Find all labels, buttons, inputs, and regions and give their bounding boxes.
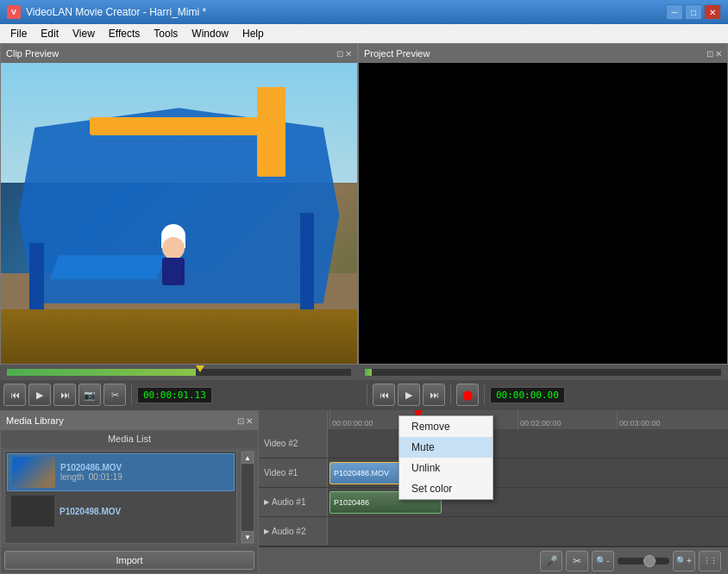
- track-label-video2: Video #2: [259, 429, 328, 458]
- zoom-slider-thumb[interactable]: [643, 555, 656, 567]
- skip-fwd-button[interactable]: ⏭: [53, 384, 76, 406]
- bottom-area: Media Library ⊡ ✕ Media List P1020486.MO…: [0, 410, 728, 574]
- clip-preview-close-icon[interactable]: ✕: [345, 49, 352, 59]
- ctx-set-color[interactable]: Set color: [399, 478, 493, 499]
- mic-tool-button[interactable]: 🎤: [540, 551, 562, 571]
- media-library-close-icon[interactable]: ✕: [246, 416, 253, 426]
- project-preview-panel: Project Preview ⊡ ✕: [358, 43, 728, 365]
- video-scene: [1, 63, 357, 364]
- clip-preview-title: Clip Preview: [6, 48, 59, 59]
- separator-2: [367, 384, 367, 405]
- progress-row: [0, 365, 728, 380]
- separator-3: [450, 384, 451, 405]
- clip-preview-float-icon[interactable]: ⊡: [336, 49, 343, 59]
- clip-progress-bar[interactable]: [7, 369, 351, 376]
- bottom-toolbar: 🎤 ✂ 🔍- 🔍+ ⋮⋮: [259, 546, 728, 574]
- media-item-1[interactable]: P1020498.MOV: [7, 493, 235, 529]
- media-item-length-0: length 00:01:19: [60, 472, 122, 482]
- scroll-down-btn[interactable]: ▼: [242, 531, 254, 543]
- media-library-panel: Media Library ⊡ ✕ Media List P1020486.MO…: [0, 410, 259, 574]
- clip-progress-fill: [7, 369, 196, 376]
- clip-time-display: 00:00:01.13: [137, 387, 212, 403]
- media-scroll[interactable]: ▲ ▼: [241, 451, 254, 544]
- import-button[interactable]: Import: [4, 551, 254, 570]
- zoom-out-button[interactable]: 🔍-: [592, 551, 614, 571]
- proj-time-display: 00:00:00.00: [490, 387, 565, 403]
- menu-window[interactable]: Window: [185, 24, 235, 43]
- ruler-tick-2: 00:02:00:00: [518, 410, 562, 429]
- zoom-in-button[interactable]: 🔍+: [673, 551, 695, 571]
- track-content-video1[interactable]: P1020486.MOV: [328, 459, 728, 487]
- project-progress-fill: [365, 369, 372, 376]
- clip-preview-video: [1, 63, 357, 364]
- audio1-expand-icon[interactable]: ▶: [264, 498, 269, 506]
- menu-help[interactable]: Help: [235, 24, 271, 43]
- track-content-audio1[interactable]: P1020486: [328, 488, 728, 516]
- maximize-button[interactable]: □: [685, 4, 702, 20]
- clip-preview-header: Clip Preview ⊡ ✕: [1, 44, 357, 63]
- context-menu: Remove Mute Unlink Set color: [399, 415, 493, 500]
- track-content-audio2[interactable]: [328, 517, 728, 546]
- track-label-audio2: ▶ Audio #2: [259, 517, 328, 546]
- menu-effects[interactable]: Effects: [102, 24, 147, 43]
- menu-file[interactable]: File: [3, 24, 34, 43]
- menu-edit[interactable]: Edit: [34, 24, 66, 43]
- media-item-0[interactable]: P1020486.MOV length 00:01:19: [7, 453, 235, 491]
- media-item-info-0: P1020486.MOV length 00:01:19: [60, 463, 122, 482]
- ctx-unlink[interactable]: Unlink: [399, 458, 493, 478]
- capture-button[interactable]: 📷: [78, 384, 101, 406]
- title-bar: V VideoLAN Movie Creator - Harri_Mimi * …: [0, 0, 728, 24]
- window-title: VideoLAN Movie Creator - Harri_Mimi *: [26, 6, 661, 18]
- play-back-button[interactable]: ▶: [28, 384, 51, 406]
- scroll-track[interactable]: [242, 464, 254, 531]
- window-controls: ─ □ ✕: [666, 4, 721, 20]
- project-preview-float-icon[interactable]: ⊡: [706, 49, 713, 59]
- import-btn-row: Import: [1, 547, 258, 573]
- project-controls: ⏮ ▶ ⏭ ⬤ 00:00:00.00: [373, 384, 725, 406]
- media-item-name-1: P1020498.MOV: [60, 507, 121, 516]
- close-button[interactable]: ✕: [704, 4, 721, 20]
- media-list-label: Media List: [1, 430, 258, 447]
- separator-4: [484, 384, 485, 405]
- split-button[interactable]: ✂: [104, 384, 126, 406]
- scissors-tool-button[interactable]: ✂: [566, 551, 588, 571]
- project-preview-video: [359, 63, 727, 364]
- scroll-up-btn[interactable]: ▲: [242, 452, 254, 464]
- media-list-content: P1020486.MOV length 00:01:19 P1020498.MO…: [1, 447, 258, 547]
- ctx-mute[interactable]: Mute: [399, 437, 493, 458]
- project-progress-bar[interactable]: [365, 369, 721, 376]
- timeline-ruler: 00:00:00:00 00:01: 00:02:00:00 00:03:00:…: [259, 410, 728, 429]
- yellow-pole: [257, 87, 286, 178]
- zoom-slider[interactable]: [618, 558, 669, 565]
- proj-skip-back-button[interactable]: ⏮: [373, 384, 395, 406]
- minimize-button[interactable]: ─: [666, 4, 683, 20]
- ruler-area[interactable]: 00:00:00:00 00:01: 00:02:00:00 00:03:00:…: [328, 410, 728, 429]
- track-content-video2[interactable]: [328, 429, 728, 458]
- ruler-tick-3: 00:03:00:00: [617, 410, 661, 429]
- proj-play-button[interactable]: ▶: [398, 384, 420, 406]
- clip-progress-container: [0, 365, 358, 380]
- media-library-float-icon[interactable]: ⊡: [237, 416, 244, 426]
- project-progress-container: [358, 365, 728, 380]
- child-figure: [150, 228, 198, 297]
- proj-skip-fwd-button[interactable]: ⏭: [423, 384, 445, 406]
- yellow-bar: [90, 117, 268, 135]
- skip-back-button[interactable]: ⏮: [3, 384, 26, 406]
- menu-bar: File Edit View Effects Tools Window Help: [0, 24, 728, 43]
- project-preview-close-icon[interactable]: ✕: [715, 49, 722, 59]
- ctx-remove[interactable]: Remove: [399, 416, 493, 437]
- grip-button[interactable]: ⋮⋮: [699, 551, 721, 571]
- media-item-name-0: P1020486.MOV: [60, 463, 122, 472]
- media-library-title: Media Library: [6, 415, 64, 426]
- media-library-header: Media Library ⊡ ✕: [1, 411, 258, 430]
- menu-view[interactable]: View: [66, 24, 102, 43]
- media-item-info-1: P1020498.MOV: [60, 507, 121, 516]
- media-library-controls: ⊡ ✕: [237, 416, 253, 426]
- ruler-label-spacer: [259, 410, 328, 429]
- media-thumb-1: [11, 496, 54, 527]
- track-audio2: ▶ Audio #2: [259, 517, 728, 546]
- proj-rec-button[interactable]: ⬤: [456, 384, 479, 406]
- menu-tools[interactable]: Tools: [147, 24, 185, 43]
- audio2-expand-icon[interactable]: ▶: [264, 527, 269, 535]
- previews-row: Clip Preview ⊡ ✕: [0, 43, 728, 365]
